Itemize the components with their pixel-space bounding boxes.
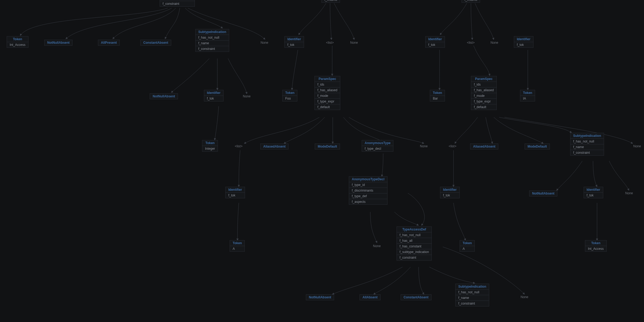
node-notnullabsent[interactable]: NotNullAbsent: [529, 191, 557, 196]
node-title: AllAbsent: [360, 295, 380, 300]
node-identifier[interactable]: Identifier f_tok: [514, 36, 533, 48]
field: f_default: [471, 104, 496, 110]
field: f_has_not_null: [196, 35, 229, 41]
node-modedefault[interactable]: ModeDefault: [525, 144, 550, 149]
node-title: ConstantAbsent: [401, 295, 431, 300]
label-none: None: [625, 191, 633, 195]
field: f_default: [315, 104, 340, 110]
node-identifier[interactable]: Identifier f_tok: [204, 90, 224, 101]
edge-layer: [0, 0, 644, 322]
node-anonymoustypedecl[interactable]: AnonymousTypeDecl f_type_id f_discrimina…: [349, 176, 387, 205]
node-value: Foo: [283, 96, 297, 101]
node-subtypeindication[interactable]: SubtypeIndication f_has_not_null f_name …: [195, 29, 229, 52]
node-title: AliasedAbsent: [470, 144, 498, 149]
node-notnullabsent[interactable]: NotNullAbsent: [150, 93, 178, 99]
node-paramspec[interactable]: ParamSpec f_ids f_has_aliased f_mode f_t…: [314, 76, 340, 110]
node-f-returns-2: f_returns: [462, 0, 480, 3]
field: f_type_expr: [471, 99, 496, 104]
node-title: SubtypeIndication: [456, 284, 489, 290]
node-title: ParamSpec: [315, 76, 340, 82]
node-title: SubtypeIndication: [196, 29, 229, 35]
field: f_has_aliased: [471, 87, 496, 93]
node-token-integer[interactable]: Token Integer: [202, 140, 218, 152]
field: f_tok: [226, 193, 245, 198]
node-token-intaccess[interactable]: Token Int_Access: [585, 240, 607, 252]
node-aliasedabsent[interactable]: AliasedAbsent: [260, 144, 288, 149]
field: f_has_constant: [397, 244, 431, 249]
node-title: ModeDefault: [315, 144, 340, 149]
node-title: Token: [585, 240, 606, 246]
node-subtypeindication[interactable]: SubtypeIndication f_has_not_null f_name …: [455, 284, 489, 306]
node-title: Token: [202, 140, 218, 146]
label-none: None: [420, 144, 428, 148]
node-title: NotNullAbsent: [45, 40, 72, 45]
node-token-bar[interactable]: Token Bar: [430, 90, 445, 101]
node-value: Int_Access: [585, 246, 606, 251]
field: f_constraint: [570, 150, 604, 155]
node-modedefault[interactable]: ModeDefault: [315, 144, 340, 149]
node-title: Identifier: [204, 90, 223, 96]
node-allpresent[interactable]: AllPresent: [98, 40, 120, 46]
field: f_aspects: [349, 199, 387, 204]
label-list: <list>: [449, 144, 456, 148]
node-value: Integer: [202, 146, 218, 151]
node-value: Int_Access: [7, 42, 28, 47]
node-value: Bar: [430, 96, 445, 101]
node-value: A: [460, 246, 474, 251]
node-allabsent[interactable]: AllAbsent: [360, 294, 380, 300]
field: f_tok: [285, 42, 304, 47]
node-paramspec[interactable]: ParamSpec f_ids f_has_aliased f_mode f_t…: [471, 76, 497, 110]
node-title: ConstantAbsent: [141, 40, 171, 45]
field: f_type_decl: [362, 146, 393, 151]
field: f_tok: [204, 96, 223, 101]
node-title: ParamSpec: [471, 76, 496, 82]
field: f_has_not_null: [570, 139, 604, 144]
label-list: <list>: [467, 41, 475, 45]
node-anonymoustype[interactable]: AnonymousType f_type_decl: [362, 140, 393, 152]
node-identifier[interactable]: Identifier f_tok: [440, 187, 460, 198]
node-constantabsent[interactable]: ConstantAbsent: [401, 294, 431, 300]
node-notnullabsent[interactable]: NotNullAbsent: [306, 294, 334, 300]
node-title: NotNullAbsent: [150, 94, 178, 99]
label-list: <list>: [326, 41, 334, 45]
field: f_name: [196, 41, 229, 46]
node-title: Token: [520, 90, 535, 96]
field-f-returns: f_returns: [462, 0, 480, 2]
node-token-int-access[interactable]: Token Int_Access: [7, 36, 28, 48]
node-title: Identifier: [440, 187, 459, 193]
field: f_has_aliased: [315, 87, 340, 93]
node-notnullabsent[interactable]: NotNullAbsent: [44, 40, 72, 46]
node-token-a[interactable]: Token A: [460, 240, 475, 252]
node-title: ModeDefault: [525, 144, 550, 149]
field: f_tok: [514, 42, 533, 47]
node-token-foo[interactable]: Token Foo: [282, 90, 297, 101]
label-none: None: [633, 144, 641, 148]
node-constantabsent[interactable]: ConstantAbsent: [140, 40, 171, 46]
node-title: Token: [460, 240, 474, 246]
node-title: Identifier: [584, 187, 603, 193]
node-identifier[interactable]: Identifier f_tok: [284, 36, 304, 48]
field: f_has_not_null: [456, 290, 489, 295]
node-subtypeindication[interactable]: SubtypeIndication f_has_not_null f_name …: [570, 133, 604, 156]
node-identifier[interactable]: Identifier f_tok: [225, 187, 245, 198]
node-aliasedabsent[interactable]: AliasedAbsent: [470, 144, 498, 149]
label-none: None: [243, 94, 251, 98]
field: f_ids: [471, 82, 496, 87]
node-title: NotNullAbsent: [306, 295, 334, 300]
node-typeaccessdef[interactable]: TypeAccessDef f_has_not_null f_has_all f…: [397, 226, 432, 261]
node-token-a[interactable]: Token A: [230, 240, 245, 252]
label-none: None: [521, 295, 528, 299]
node-token-ia[interactable]: Token IA: [520, 90, 535, 101]
field: f_has_not_null: [397, 232, 431, 238]
node-identifier[interactable]: Identifier f_tok: [584, 187, 603, 198]
node-title: Token: [283, 90, 297, 96]
node-value: IA: [520, 96, 535, 101]
node-identifier[interactable]: Identifier f_tok: [425, 36, 445, 48]
node-title: Token: [430, 90, 445, 96]
field: f_name: [456, 295, 489, 301]
field: f_tok: [584, 193, 603, 198]
label-list: <list>: [235, 144, 243, 148]
field: f_ids: [315, 82, 340, 87]
node-title: TypeAccessDef: [397, 227, 431, 232]
field: f_constraint: [456, 301, 489, 306]
